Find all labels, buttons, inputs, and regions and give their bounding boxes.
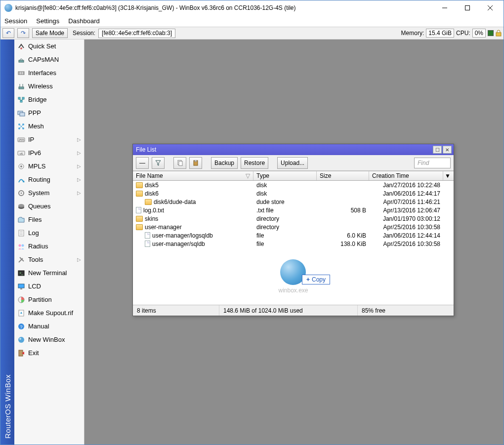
svg-point-32 — [20, 165, 22, 167]
svg-text:?: ? — [20, 324, 22, 329]
sidebar-item-wireless[interactable]: Wireless — [14, 80, 84, 93]
mesh-icon — [17, 122, 25, 130]
sidebar-item-mpls[interactable]: MPLS▷ — [14, 160, 84, 173]
bridge-icon — [17, 96, 25, 104]
mpls-icon — [17, 162, 25, 170]
sidebar-item-lcd[interactable]: LCD — [14, 280, 84, 293]
col-menu-button[interactable]: ▼ — [443, 171, 452, 180]
sidebar-item-ipv6[interactable]: v6IPv6▷ — [14, 146, 84, 160]
col-time[interactable]: Creation Time — [369, 171, 443, 180]
close-button[interactable] — [479, 0, 502, 15]
col-filename[interactable]: File Name▽ — [133, 171, 253, 180]
sidebar-item-new-terminal[interactable]: >_New Terminal — [14, 266, 84, 280]
sidebar-item-mesh[interactable]: Mesh — [14, 120, 84, 133]
file-row[interactable]: user-manager/logsqldbfile6.0 KiBJan/06/2… — [133, 231, 454, 240]
upload-button[interactable]: Upload... — [277, 157, 308, 169]
sidebar-item-radius[interactable]: Radius — [14, 240, 84, 253]
file-row[interactable]: disk5diskJan/27/2016 10:22:48 — [133, 181, 454, 189]
sidebar-item-log[interactable]: Log — [14, 226, 84, 240]
menu-session[interactable]: Session — [4, 17, 27, 25]
menu-settings[interactable]: Settings — [36, 17, 59, 25]
file-row[interactable]: user-managerdirectoryApr/25/2016 10:30:5… — [133, 223, 454, 231]
sidebar-item-routing[interactable]: Routing▷ — [14, 173, 84, 186]
file-type: .txt file — [253, 207, 317, 214]
sidebar-item-files[interactable]: Files — [14, 213, 84, 226]
sidebar-item-capsman[interactable]: CAPsMAN — [14, 53, 84, 66]
left-rail: RouterOS WinBox — [0, 40, 14, 445]
interfaces-icon — [17, 69, 25, 77]
file-row[interactable]: skinsdirectoryJan/01/1970 03:00:12 — [133, 214, 454, 223]
svg-rect-16 — [20, 100, 22, 102]
backup-button[interactable]: Backup — [211, 157, 238, 169]
file-row[interactable]: user-manager/sqldbfile138.0 KiBApr/25/20… — [133, 240, 454, 248]
redo-button[interactable]: ↷ — [17, 28, 29, 38]
files-icon — [17, 216, 25, 224]
manual-icon: ? — [17, 323, 25, 330]
sidebar-item-label: Tools — [28, 256, 43, 263]
file-list-header: File Name▽ Type Size Creation Time ▼ — [133, 171, 454, 181]
app-icon — [4, 4, 12, 12]
sidebar-item-make-supout-rif[interactable]: Make Supout.rif — [14, 306, 84, 320]
copy-button[interactable] — [173, 157, 186, 169]
partition-icon — [17, 296, 25, 304]
file-time: Jan/01/1970 03:00:12 — [369, 215, 443, 222]
drop-area[interactable]: winbox.exe +Copy — [133, 248, 454, 305]
file-row[interactable]: log.0.txt.txt file508 BApr/13/2016 12:06… — [133, 206, 454, 214]
restore-button[interactable]: Restore — [241, 157, 268, 169]
terminal-icon: >_ — [17, 269, 25, 277]
menu-dashboard[interactable]: Dashboard — [68, 17, 100, 25]
status-used: 148.6 MiB of 1024.0 MiB used — [219, 305, 358, 316]
file-list-close-button[interactable]: ✕ — [443, 146, 452, 154]
minimize-button[interactable] — [433, 0, 456, 15]
filter-button[interactable] — [152, 157, 165, 169]
svg-point-43 — [19, 244, 21, 246]
col-type[interactable]: Type — [253, 171, 317, 180]
sidebar-item-tools[interactable]: Tools▷ — [14, 253, 84, 266]
sidebar-item-manual[interactable]: ?Manual — [14, 320, 84, 333]
ppp-icon — [17, 109, 25, 117]
sidebar-item-partition[interactable]: Partition — [14, 293, 84, 306]
sidebar-item-system[interactable]: System▷ — [14, 186, 84, 200]
tools-icon — [17, 256, 25, 264]
sidebar-item-ip[interactable]: 255IP▷ — [14, 133, 84, 146]
svg-text:255: 255 — [18, 138, 24, 142]
paste-button[interactable] — [189, 157, 202, 169]
routing-icon — [17, 176, 25, 184]
svg-rect-49 — [18, 284, 24, 288]
svg-point-5 — [20, 47, 22, 49]
sidebar-item-label: Mesh — [28, 122, 44, 130]
file-icon — [136, 207, 141, 213]
file-row[interactable]: disk6diskJan/06/2016 12:44:17 — [133, 189, 454, 198]
sidebar-item-exit[interactable]: Exit — [14, 346, 84, 360]
sidebar-item-quick-set[interactable]: Quick Set — [14, 40, 84, 53]
memory-label: Memory: — [401, 30, 424, 37]
remove-button[interactable]: — — [136, 157, 149, 169]
safe-mode-button[interactable]: Safe Mode — [32, 28, 68, 38]
queues-icon — [17, 202, 25, 210]
file-list-titlebar[interactable]: File List ☐ ✕ — [133, 144, 454, 155]
session-value: [fe80::4e5e:cff:fef6:c0ab:3] — [98, 29, 175, 38]
sidebar-item-bridge[interactable]: Bridge — [14, 93, 84, 106]
session-label: Session: — [73, 30, 95, 37]
capsman-icon — [17, 56, 25, 64]
file-row[interactable]: disk6/dude-datadude storeApr/07/2016 11:… — [133, 198, 454, 206]
svg-rect-20 — [20, 113, 25, 116]
sidebar-item-new-winbox[interactable]: New WinBox — [14, 333, 84, 346]
copy-badge: +Copy — [302, 275, 330, 284]
folder-icon — [136, 182, 143, 188]
col-size[interactable]: Size — [317, 171, 369, 180]
find-input[interactable]: Find — [414, 158, 451, 168]
wireless-icon — [17, 82, 25, 90]
maximize-button[interactable] — [456, 0, 479, 15]
sidebar-item-label: Partition — [28, 296, 52, 303]
undo-button[interactable]: ↶ — [2, 28, 14, 38]
sidebar-item-label: Log — [28, 229, 39, 237]
file-name: disk6 — [145, 190, 159, 197]
sidebar-item-queues[interactable]: Queues — [14, 200, 84, 213]
sidebar-item-interfaces[interactable]: Interfaces — [14, 66, 84, 80]
file-list-maximize-button[interactable]: ☐ — [433, 146, 442, 154]
sidebar-item-label: Wireless — [28, 82, 53, 90]
submenu-indicator-icon: ▷ — [77, 257, 81, 262]
sidebar-item-ppp[interactable]: PPP — [14, 106, 84, 120]
file-time: Jan/27/2016 10:22:48 — [369, 182, 443, 189]
